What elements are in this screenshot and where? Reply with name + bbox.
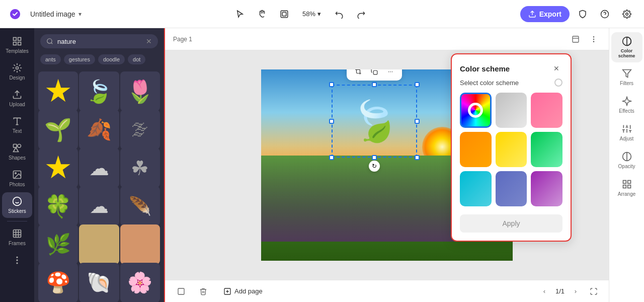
right-item-filters[interactable]: Filters xyxy=(611,64,642,90)
more-options-button[interactable]: ··· xyxy=(383,69,398,79)
next-page-button[interactable]: › xyxy=(569,284,583,298)
sticker-cloud[interactable]: ☁ xyxy=(79,148,119,188)
swatch-pink[interactable] xyxy=(531,93,562,128)
swatch-purple-blue[interactable] xyxy=(496,171,527,206)
sidebar-item-more[interactable] xyxy=(2,251,32,269)
svg-point-15 xyxy=(17,257,18,258)
handle-tr[interactable] xyxy=(415,82,420,87)
sidebar-item-upload[interactable]: Upload xyxy=(2,86,32,111)
prev-page-button[interactable]: ‹ xyxy=(537,284,551,298)
right-item-arrange[interactable]: Arrange xyxy=(611,175,642,201)
canvas-topbar: Page 1 xyxy=(165,28,609,50)
page-nav: 1/1 xyxy=(555,287,565,295)
search-area: ✕ xyxy=(34,28,164,54)
undo-button[interactable] xyxy=(330,5,348,23)
tag-dot[interactable]: dot xyxy=(128,54,145,64)
sticker-tulip2[interactable]: 🌸 xyxy=(120,263,160,302)
sticker-seashell[interactable]: 🐚 xyxy=(79,263,119,302)
shield-icon[interactable] xyxy=(574,5,592,23)
bottom-right: ‹ 1/1 › xyxy=(537,284,601,298)
right-sidebar: Color scheme Filters Effects Adjust Opac… xyxy=(609,28,644,302)
pan-tool[interactable] xyxy=(253,5,271,23)
svg-rect-4 xyxy=(14,38,17,41)
search-input[interactable] xyxy=(57,38,142,45)
sticker-feather[interactable]: 🪶 xyxy=(120,186,160,226)
sticker-palm[interactable]: 🌿 xyxy=(38,224,78,264)
swatch-orange[interactable] xyxy=(460,132,492,167)
search-clear-button[interactable]: ✕ xyxy=(146,37,152,45)
select-tool[interactable] xyxy=(231,5,249,23)
swatch-gray[interactable] xyxy=(496,93,527,128)
color-scheme-title: Color scheme xyxy=(460,64,510,73)
right-item-opacity[interactable]: Opacity xyxy=(611,147,642,173)
handle-tl[interactable] xyxy=(329,82,334,87)
handle-bm[interactable] xyxy=(372,155,377,160)
handle-br[interactable] xyxy=(415,155,420,160)
sidebar-item-photos[interactable]: Photos xyxy=(2,166,32,191)
color-scheme-radio[interactable] xyxy=(554,79,562,87)
swatch-yellow[interactable] xyxy=(496,132,527,167)
search-icon xyxy=(46,37,53,45)
color-scheme-close-button[interactable]: ✕ xyxy=(550,62,562,74)
help-icon[interactable] xyxy=(596,5,614,23)
svg-rect-6 xyxy=(14,42,17,45)
swatch-blue[interactable] xyxy=(460,171,492,206)
swatch-green[interactable] xyxy=(531,132,562,167)
apply-button[interactable]: Apply xyxy=(460,214,562,233)
sticker-tulip[interactable]: 🌷 xyxy=(120,71,160,111)
document-title[interactable]: Untitled image xyxy=(30,10,75,18)
right-item-color-scheme[interactable]: Color scheme xyxy=(611,32,642,62)
handle-tm[interactable] xyxy=(372,82,377,87)
svg-point-20 xyxy=(593,36,594,37)
sticker-sprout[interactable]: ☘ xyxy=(120,148,160,188)
sticker-panel: ✕ ants gestures doodle dot 🍃 🌷 🌱 xyxy=(34,28,165,302)
sidebar-item-design[interactable]: Design xyxy=(2,59,32,85)
svg-rect-7 xyxy=(18,42,21,45)
settings-icon[interactable] xyxy=(618,5,636,23)
handle-bl[interactable] xyxy=(329,155,334,160)
right-item-effects[interactable]: Effects xyxy=(611,92,642,118)
sticker-monstera[interactable]: 🍂 xyxy=(79,110,119,149)
zoom-control[interactable]: 58% ▾ xyxy=(297,7,326,21)
sticker-mushroom[interactable]: 🍄 xyxy=(38,263,78,302)
sticker-cloud2[interactable]: ☁ xyxy=(79,186,119,226)
sidebar-divider xyxy=(7,221,27,221)
sticker-wood[interactable] xyxy=(120,224,160,264)
color-scheme-panel: Color scheme ✕ Select color scheme xyxy=(451,53,572,242)
page-settings-icon[interactable] xyxy=(569,32,583,46)
tag-ants[interactable]: ants xyxy=(40,54,61,64)
sticker-cross[interactable] xyxy=(79,224,119,264)
crop-button[interactable] xyxy=(351,69,366,79)
right-item-adjust[interactable]: Adjust xyxy=(611,120,642,145)
sidebar-item-stickers[interactable]: Stickers xyxy=(2,192,32,218)
sticker-star[interactable] xyxy=(38,148,78,188)
tag-doodle[interactable]: doodle xyxy=(98,54,125,64)
frame-tool[interactable] xyxy=(275,5,293,23)
tag-gestures[interactable]: gestures xyxy=(64,54,95,64)
sidebar-item-frames[interactable]: Frames xyxy=(2,224,32,250)
sidebar-item-text[interactable]: Text xyxy=(2,112,32,138)
handle-mr[interactable] xyxy=(415,119,420,124)
sticker-wind[interactable]: 🌫 xyxy=(120,110,160,149)
sticker-leaf[interactable]: 🍃 xyxy=(79,71,119,111)
svg-rect-14 xyxy=(14,230,21,238)
fullscreen-button[interactable] xyxy=(587,284,601,298)
sticker-sun[interactable] xyxy=(38,71,78,111)
sidebar-item-shapes[interactable]: Shapes xyxy=(2,139,32,165)
add-page-button[interactable]: Add page xyxy=(217,284,269,298)
duplicate-button[interactable] xyxy=(367,69,382,79)
sidebar-item-templates[interactable]: Templates xyxy=(2,32,32,58)
redo-button[interactable] xyxy=(352,5,370,23)
pages-icon[interactable] xyxy=(173,283,189,299)
title-chevron[interactable]: ▾ xyxy=(78,11,82,18)
rotate-handle[interactable]: ↻ xyxy=(369,161,380,172)
sticker-flower[interactable]: 🌱 xyxy=(38,110,78,149)
more-options-icon[interactable] xyxy=(587,32,601,46)
swatch-purple[interactable] xyxy=(531,171,562,206)
export-button[interactable]: Export xyxy=(520,6,570,22)
handle-ml[interactable] xyxy=(329,119,334,124)
swatch-rainbow[interactable] xyxy=(460,93,492,128)
trash-icon[interactable] xyxy=(195,283,211,299)
app-logo[interactable] xyxy=(8,7,22,21)
sticker-leaf2[interactable]: 🍀 xyxy=(38,186,78,226)
